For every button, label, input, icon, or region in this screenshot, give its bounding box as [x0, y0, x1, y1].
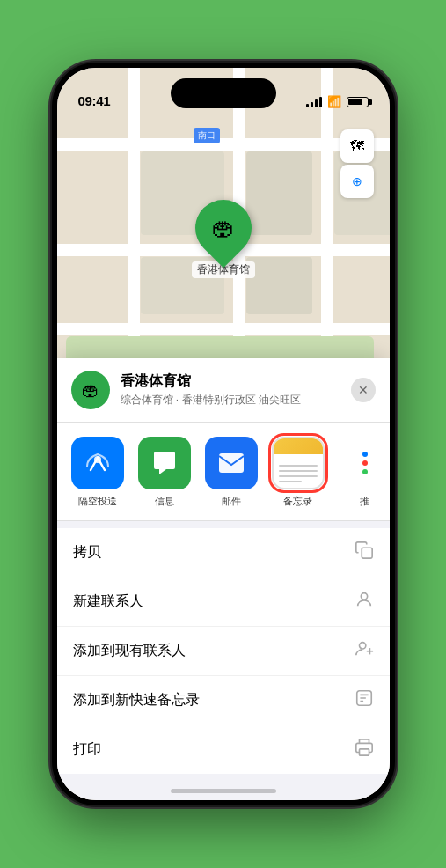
mail-icon-wrap	[205, 437, 258, 489]
signal-bars	[306, 97, 322, 107]
add-existing-icon	[355, 639, 374, 663]
svg-rect-2	[362, 548, 372, 558]
airdrop-label: 隔空投送	[78, 495, 117, 508]
map-view-icon: 🗺	[350, 138, 364, 154]
message-icon-wrap	[138, 437, 191, 489]
venue-info: 香港体育馆 综合体育馆 · 香港特别行政区 油尖旺区	[121, 372, 340, 408]
venue-card: 🏟 香港体育馆 综合体育馆 · 香港特别行政区 油尖旺区 ✕	[57, 358, 390, 423]
action-copy[interactable]: 拷贝	[57, 528, 390, 577]
message-icon	[150, 450, 179, 476]
action-quick-note[interactable]: 添加到新快速备忘录	[57, 676, 390, 725]
venue-desc: 综合体育馆 · 香港特别行政区 油尖旺区	[121, 393, 340, 408]
home-indicator	[171, 789, 276, 793]
phone-frame: 09:41 📶 南口 🗺	[52, 63, 395, 805]
mail-label: 邮件	[222, 495, 241, 508]
svg-point-4	[359, 643, 365, 649]
battery-icon	[347, 97, 369, 107]
dynamic-island	[171, 78, 276, 108]
mail-icon	[217, 452, 245, 474]
airdrop-icon-wrap	[71, 437, 124, 489]
pin-emoji: 🏟	[212, 215, 235, 242]
action-add-existing[interactable]: 添加到现有联系人	[57, 627, 390, 676]
more-wrap	[339, 437, 390, 489]
action-new-contact[interactable]: 新建联系人	[57, 577, 390, 627]
close-icon: ✕	[358, 383, 369, 397]
print-icon	[355, 738, 374, 761]
notes-lines	[279, 465, 318, 482]
notes-label: 备忘录	[283, 495, 312, 508]
svg-rect-11	[359, 749, 369, 755]
action-print[interactable]: 打印	[57, 725, 390, 774]
message-label: 信息	[155, 495, 174, 508]
status-time: 09:41	[78, 93, 111, 108]
map-label: 南口	[194, 128, 220, 143]
map-view-button[interactable]: 🗺	[340, 129, 374, 163]
venue-icon-emoji: 🏟	[82, 380, 99, 401]
bottom-sheet: 🏟 香港体育馆 综合体育馆 · 香港特别行政区 油尖旺区 ✕	[57, 358, 390, 800]
airdrop-icon	[84, 449, 112, 477]
svg-rect-1	[219, 453, 244, 473]
copy-icon	[355, 541, 374, 564]
wifi-icon: 📶	[327, 95, 341, 108]
action-list: 拷贝 新建联系人	[57, 528, 390, 774]
share-row: 隔空投送 信息	[57, 423, 390, 521]
quick-note-icon	[355, 688, 374, 712]
action-quick-note-label: 添加到新快速备忘录	[73, 691, 200, 710]
map-controls: 🗺 ⊕	[340, 129, 374, 198]
more-label: 推	[360, 495, 369, 508]
status-icons: 📶	[306, 95, 369, 108]
share-item-mail[interactable]: 邮件	[205, 437, 258, 508]
notes-top-bar	[274, 438, 323, 454]
notes-icon-wrap	[272, 437, 325, 489]
share-item-more[interactable]: 推	[339, 437, 390, 508]
location-button[interactable]: ⊕	[340, 165, 374, 198]
svg-point-3	[361, 593, 367, 600]
share-item-airdrop[interactable]: 隔空投送	[71, 437, 124, 508]
close-button[interactable]: ✕	[351, 378, 376, 402]
venue-pin: 🏟 香港体育馆	[192, 200, 255, 278]
action-new-contact-label: 新建联系人	[73, 592, 143, 611]
venue-name: 香港体育馆	[121, 372, 340, 391]
new-contact-icon	[355, 590, 374, 614]
action-copy-label: 拷贝	[73, 543, 101, 562]
action-print-label: 打印	[73, 740, 101, 759]
share-item-message[interactable]: 信息	[138, 437, 191, 508]
pin-bubble: 🏟	[183, 188, 263, 268]
action-add-existing-label: 添加到现有联系人	[73, 642, 186, 660]
phone-screen: 09:41 📶 南口 🗺	[57, 68, 390, 800]
venue-card-icon: 🏟	[71, 371, 110, 409]
location-icon: ⊕	[352, 174, 362, 188]
share-item-notes[interactable]: 备忘录	[272, 437, 325, 508]
